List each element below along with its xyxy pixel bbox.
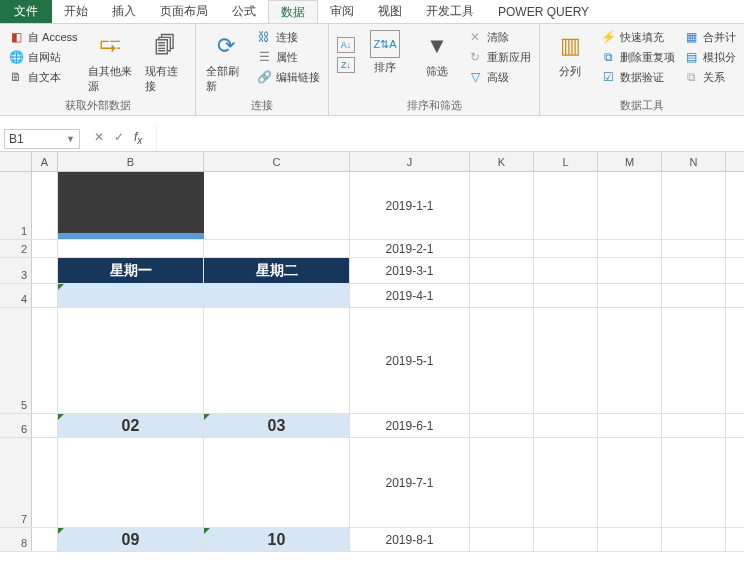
cell-B6[interactable]: 02	[58, 414, 204, 437]
existing-connections-button[interactable]: 🗐现有连接	[141, 28, 189, 96]
from-web-button[interactable]: 🌐自网站	[6, 48, 80, 66]
col-header-B[interactable]: B	[58, 152, 204, 171]
cell-N1[interactable]	[662, 172, 726, 239]
cell-L2[interactable]	[534, 240, 598, 257]
from-other-sources-button[interactable]: ⮓自其他来源	[84, 28, 137, 96]
refresh-all-button[interactable]: ⟳全部刷新	[202, 28, 250, 96]
row-header-1[interactable]: 1	[0, 172, 32, 239]
remove-duplicates-button[interactable]: ⧉删除重复项	[598, 48, 677, 66]
cell-L4[interactable]	[534, 284, 598, 307]
cell-C6[interactable]: 03	[204, 414, 350, 437]
formula-bar-input[interactable]	[156, 126, 744, 151]
cell-C5[interactable]	[204, 308, 350, 413]
col-header-M[interactable]: M	[598, 152, 662, 171]
cell-M7[interactable]	[598, 438, 662, 527]
edit-links-button[interactable]: 🔗编辑链接	[254, 68, 322, 86]
cell-B5[interactable]	[58, 308, 204, 413]
advanced-filter-button[interactable]: ▽高级	[465, 68, 533, 86]
row-header-3[interactable]: 3	[0, 258, 32, 283]
cell-C2[interactable]	[204, 240, 350, 257]
cell-L8[interactable]	[534, 528, 598, 551]
cell-C7[interactable]	[204, 438, 350, 527]
tab-review[interactable]: 审阅	[318, 0, 366, 23]
sort-desc-button[interactable]: Z↓	[335, 56, 357, 74]
cell-N2[interactable]	[662, 240, 726, 257]
cell-J3[interactable]: 2019-3-1	[350, 258, 470, 283]
cell-A8[interactable]	[32, 528, 58, 551]
tab-developer[interactable]: 开发工具	[414, 0, 486, 23]
cell-C3[interactable]: 星期二	[204, 258, 350, 283]
row-header-8[interactable]: 8	[0, 528, 32, 551]
cell-K7[interactable]	[470, 438, 534, 527]
row-header-7[interactable]: 7	[0, 438, 32, 527]
cell-N7[interactable]	[662, 438, 726, 527]
tab-data[interactable]: 数据	[268, 0, 318, 23]
cell-M5[interactable]	[598, 308, 662, 413]
tab-page-layout[interactable]: 页面布局	[148, 0, 220, 23]
cell-J7[interactable]: 2019-7-1	[350, 438, 470, 527]
row-header-6[interactable]: 6	[0, 414, 32, 437]
cell-K5[interactable]	[470, 308, 534, 413]
cell-B7[interactable]	[58, 438, 204, 527]
cell-N3[interactable]	[662, 258, 726, 283]
sort-asc-button[interactable]: A↓	[335, 36, 357, 54]
name-box[interactable]: B1▼	[4, 129, 80, 149]
cell-K8[interactable]	[470, 528, 534, 551]
cell-A4[interactable]	[32, 284, 58, 307]
cell-A7[interactable]	[32, 438, 58, 527]
cell-L7[interactable]	[534, 438, 598, 527]
connections-button[interactable]: ⛓连接	[254, 28, 322, 46]
enter-icon[interactable]: ✓	[114, 130, 124, 146]
cell-K1[interactable]	[470, 172, 534, 239]
what-if-button[interactable]: ▤模拟分	[681, 48, 738, 66]
data-validation-button[interactable]: ☑数据验证	[598, 68, 677, 86]
cell-B1[interactable]	[58, 172, 204, 239]
cell-A3[interactable]	[32, 258, 58, 283]
col-header-C[interactable]: C	[204, 152, 350, 171]
cell-K6[interactable]	[470, 414, 534, 437]
reapply-button[interactable]: ↻重新应用	[465, 48, 533, 66]
cell-C1[interactable]	[204, 172, 350, 239]
from-text-button[interactable]: 🗎自文本	[6, 68, 80, 86]
cell-J5[interactable]: 2019-5-1	[350, 308, 470, 413]
cell-M8[interactable]	[598, 528, 662, 551]
cell-C8[interactable]: 10	[204, 528, 350, 551]
cell-J6[interactable]: 2019-6-1	[350, 414, 470, 437]
cell-A2[interactable]	[32, 240, 58, 257]
cell-B2[interactable]	[58, 240, 204, 257]
filter-button[interactable]: ▼筛选	[413, 28, 461, 81]
select-all-corner[interactable]	[0, 152, 32, 171]
flash-fill-button[interactable]: ⚡快速填充	[598, 28, 677, 46]
cell-K4[interactable]	[470, 284, 534, 307]
cell-J4[interactable]: 2019-4-1	[350, 284, 470, 307]
relationships-button[interactable]: ⧉关系	[681, 68, 738, 86]
cell-J8[interactable]: 2019-8-1	[350, 528, 470, 551]
from-access-button[interactable]: ◧自 Access	[6, 28, 80, 46]
tab-power-query[interactable]: POWER QUERY	[486, 0, 601, 23]
tab-home[interactable]: 开始	[52, 0, 100, 23]
row-header-4[interactable]: 4	[0, 284, 32, 307]
col-header-L[interactable]: L	[534, 152, 598, 171]
tab-formulas[interactable]: 公式	[220, 0, 268, 23]
tab-file[interactable]: 文件	[0, 0, 52, 23]
col-header-K[interactable]: K	[470, 152, 534, 171]
cell-L6[interactable]	[534, 414, 598, 437]
cell-B8[interactable]: 09	[58, 528, 204, 551]
cell-M3[interactable]	[598, 258, 662, 283]
cell-M6[interactable]	[598, 414, 662, 437]
cell-M1[interactable]	[598, 172, 662, 239]
cell-J1[interactable]: 2019-1-1	[350, 172, 470, 239]
cell-B4[interactable]	[58, 284, 204, 307]
cell-L3[interactable]	[534, 258, 598, 283]
row-header-5[interactable]: 5	[0, 308, 32, 413]
cell-M2[interactable]	[598, 240, 662, 257]
cell-N6[interactable]	[662, 414, 726, 437]
cell-A6[interactable]	[32, 414, 58, 437]
cell-J2[interactable]: 2019-2-1	[350, 240, 470, 257]
cell-N4[interactable]	[662, 284, 726, 307]
cell-C4[interactable]	[204, 284, 350, 307]
cell-N8[interactable]	[662, 528, 726, 551]
col-header-N[interactable]: N	[662, 152, 726, 171]
consolidate-button[interactable]: ▦合并计	[681, 28, 738, 46]
cell-B3[interactable]: 星期一	[58, 258, 204, 283]
